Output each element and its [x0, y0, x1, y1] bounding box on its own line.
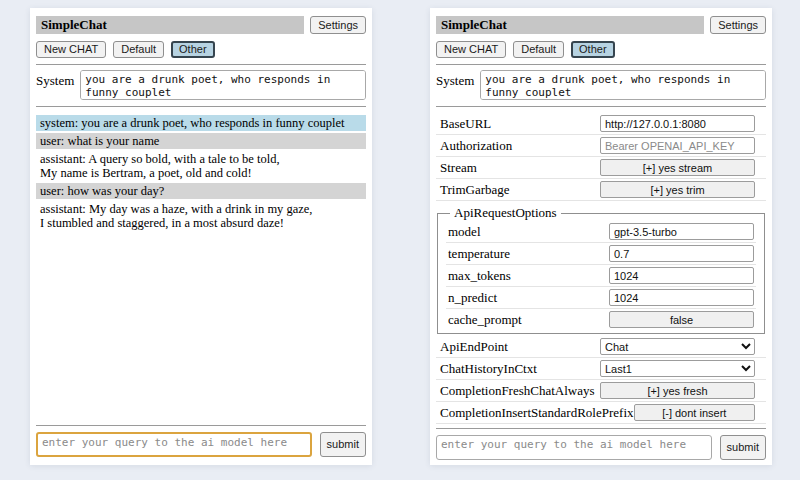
model-input[interactable]: [609, 223, 754, 240]
title-bar: SimpleChat: [36, 16, 304, 34]
completionfreshchatalways-toggle-button[interactable]: [+] yes fresh: [600, 382, 755, 399]
model-label: model: [448, 224, 481, 240]
chat-message-assistant: assistant: My day was a haze, with a dri…: [36, 201, 366, 231]
stream-label: Stream: [440, 160, 477, 176]
submit-button[interactable]: submit: [720, 435, 766, 460]
divider: [436, 106, 766, 107]
baseurl-input[interactable]: [600, 115, 755, 132]
session-toolbar: New CHAT Default Other: [436, 41, 766, 58]
query-input[interactable]: [36, 432, 312, 457]
system-prompt-input[interactable]: you are a drunk poet, who responds in fu…: [480, 70, 766, 100]
session-toolbar: New CHAT Default Other: [36, 41, 366, 58]
query-row: submit: [436, 435, 766, 460]
system-prompt-label: System: [36, 70, 74, 89]
query-input[interactable]: [436, 435, 712, 460]
setting-row-max-tokens: max_tokens: [446, 265, 756, 287]
cache-prompt-toggle-button[interactable]: false: [609, 311, 754, 328]
apiendpoint-label: ApiEndPoint: [440, 339, 508, 355]
setting-row-completionfreshchatalways: CompletionFreshChatAlways [+] yes fresh: [436, 380, 766, 402]
divider: [36, 425, 366, 426]
divider: [436, 64, 766, 65]
n-predict-input[interactable]: [609, 289, 754, 306]
setting-row-model: model: [446, 221, 756, 243]
settings-button[interactable]: Settings: [310, 16, 366, 34]
chathistoryinctxt-label: ChatHistoryInCtxt: [440, 361, 537, 377]
settings-button[interactable]: Settings: [710, 16, 766, 34]
setting-row-completioninsertstandardroleprefix: CompletionInsertStandardRolePrefix [-] d…: [436, 402, 766, 424]
setting-row-authorization: Authorization: [436, 135, 766, 157]
authorization-label: Authorization: [440, 138, 512, 154]
setting-row-stream: Stream [+] yes stream: [436, 157, 766, 179]
query-row: submit: [36, 432, 366, 457]
chat-message-assistant: assistant: A query so bold, with a tale …: [36, 151, 366, 181]
titlebar: SimpleChat Settings: [36, 16, 366, 34]
setting-row-apiendpoint: ApiEndPoint Chat: [436, 336, 766, 358]
setting-row-chathistoryinctxt: ChatHistoryInCtxt Last1: [436, 358, 766, 380]
setting-row-n-predict: n_predict: [446, 287, 756, 309]
authorization-input[interactable]: [600, 137, 755, 154]
titlebar: SimpleChat Settings: [436, 16, 766, 34]
divider: [436, 428, 766, 429]
baseurl-label: BaseURL: [440, 116, 491, 132]
settings-form: BaseURL Authorization Stream [+] yes str…: [436, 113, 766, 424]
setting-row-temperature: temperature: [446, 243, 756, 265]
new-chat-button[interactable]: New CHAT: [36, 41, 106, 58]
app-title: SimpleChat: [41, 17, 107, 33]
system-prompt-row: System you are a drunk poet, who respond…: [436, 70, 766, 100]
settings-panel: SimpleChat Settings New CHAT Default Oth…: [430, 8, 772, 465]
session-tab-other[interactable]: Other: [171, 41, 215, 58]
max-tokens-label: max_tokens: [448, 268, 511, 284]
completioninsertstandardroleprefix-label: CompletionInsertStandardRolePrefix: [440, 405, 634, 421]
chat-panel: SimpleChat Settings New CHAT Default Oth…: [30, 8, 372, 465]
apiendpoint-select[interactable]: Chat: [600, 338, 755, 355]
api-request-options-fieldset: ApiRequestOptions model temperature max_…: [437, 205, 765, 334]
stream-toggle-button[interactable]: [+] yes stream: [600, 159, 755, 176]
max-tokens-input[interactable]: [609, 267, 754, 284]
chat-message-list[interactable]: system: you are a drunk poet, who respon…: [36, 115, 366, 421]
temperature-label: temperature: [448, 246, 510, 262]
trimgarbage-toggle-button[interactable]: [+] yes trim: [600, 181, 755, 198]
completionfreshchatalways-label: CompletionFreshChatAlways: [440, 383, 595, 399]
divider: [36, 64, 366, 65]
system-prompt-row: System you are a drunk poet, who respond…: [36, 70, 366, 100]
trimgarbage-label: TrimGarbage: [440, 182, 510, 198]
system-prompt-input[interactable]: you are a drunk poet, who responds in fu…: [80, 70, 366, 100]
title-bar: SimpleChat: [436, 16, 704, 34]
setting-row-baseurl: BaseURL: [436, 113, 766, 135]
chat-message-user: user: what is your name: [36, 133, 366, 149]
chat-message-system: system: you are a drunk poet, who respon…: [36, 115, 366, 131]
divider: [36, 106, 366, 107]
chat-message-user: user: how was your day?: [36, 183, 366, 199]
session-tab-other[interactable]: Other: [571, 41, 615, 58]
n-predict-label: n_predict: [448, 290, 497, 306]
session-tab-default[interactable]: Default: [513, 41, 564, 58]
api-request-options-legend: ApiRequestOptions: [450, 205, 561, 221]
app-title: SimpleChat: [441, 17, 507, 33]
new-chat-button[interactable]: New CHAT: [436, 41, 506, 58]
setting-row-cache-prompt: cache_prompt false: [446, 309, 756, 330]
temperature-input[interactable]: [609, 245, 754, 262]
setting-row-trimgarbage: TrimGarbage [+] yes trim: [436, 179, 766, 201]
submit-button[interactable]: submit: [320, 432, 366, 457]
completioninsertstandardroleprefix-toggle-button[interactable]: [-] dont insert: [634, 404, 755, 421]
chathistoryinctxt-select[interactable]: Last1: [600, 360, 755, 377]
system-prompt-label: System: [436, 70, 474, 89]
cache-prompt-label: cache_prompt: [448, 312, 522, 328]
session-tab-default[interactable]: Default: [113, 41, 164, 58]
